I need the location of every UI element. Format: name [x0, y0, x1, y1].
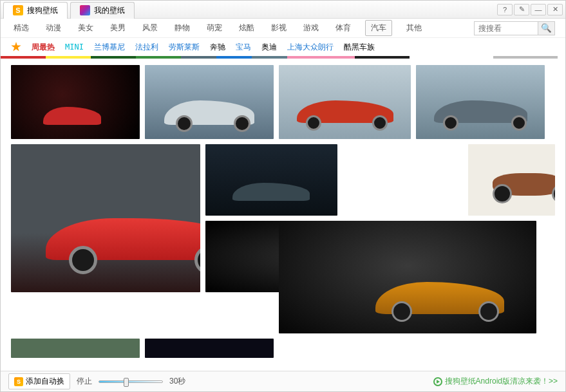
tab-main-label: 搜狗壁纸 [27, 5, 58, 16]
search-button[interactable]: 🔍 [538, 21, 555, 35]
color-segment[interactable] [355, 56, 410, 59]
stop-button[interactable]: 停止 [77, 376, 92, 387]
close-button[interactable]: ✕ [547, 4, 563, 15]
color-segment[interactable] [91, 56, 136, 59]
nav-cool[interactable]: 炫酷 [236, 19, 257, 37]
star-icon [11, 42, 21, 52]
nav-featured[interactable]: 精选 [11, 19, 32, 37]
wallpaper-thumb[interactable] [11, 339, 140, 358]
wallpaper-icon [80, 5, 90, 15]
subcategory-bar: 周最热 MINI 兰博基尼 法拉利 劳斯莱斯 奔驰 宝马 奥迪 上海大众朗行 酷… [1, 38, 565, 56]
search-box: 🔍 [474, 21, 555, 35]
nav-pets[interactable]: 萌宠 [204, 19, 225, 37]
add-button-label: 添加自动换 [26, 376, 64, 387]
window-controls: ? ✎ — ✕ [497, 4, 563, 15]
wallpaper-thumb[interactable] [145, 339, 274, 358]
wallpaper-thumb[interactable] [145, 65, 274, 139]
color-segment[interactable] [252, 56, 287, 59]
wallpaper-thumb[interactable] [205, 144, 337, 216]
wallpaper-thumb[interactable] [416, 65, 545, 139]
color-segment[interactable] [136, 56, 181, 59]
nav-handsome[interactable]: 美男 [108, 19, 128, 37]
color-segment[interactable] [410, 56, 493, 59]
promo-text: 搜狗壁纸Android版清凉来袭！>> [445, 376, 558, 387]
sub-mini[interactable]: MINI [65, 42, 84, 51]
color-segment[interactable] [287, 56, 355, 59]
interval-slider[interactable] [99, 380, 163, 383]
wallpaper-thumb[interactable] [468, 144, 555, 216]
help-button[interactable]: ? [497, 4, 513, 15]
tab-main[interactable]: S 搜狗壁纸 [3, 2, 68, 19]
tab-mine-label: 我的壁纸 [94, 5, 125, 16]
wallpaper-thumb[interactable] [279, 221, 536, 333]
sub-black[interactable]: 酷黑车族 [344, 42, 375, 53]
sub-lavida[interactable]: 上海大众朗行 [287, 42, 334, 53]
sub-bmw[interactable]: 宝马 [236, 42, 251, 53]
nav-car[interactable]: 汽车 [365, 20, 392, 36]
titlebar: S 搜狗壁纸 我的壁纸 ? ✎ — ✕ [1, 1, 565, 19]
nav-anime[interactable]: 动漫 [43, 19, 64, 37]
sub-lambo[interactable]: 兰博基尼 [94, 42, 125, 53]
wallpaper-thumb[interactable] [11, 144, 200, 292]
color-segment[interactable] [46, 56, 91, 59]
slider-thumb[interactable] [124, 378, 129, 387]
nav-scenery[interactable]: 风景 [140, 19, 160, 37]
tab-mine[interactable]: 我的壁纸 [70, 2, 135, 19]
wallpaper-gallery[interactable] [1, 59, 565, 370]
color-segment[interactable] [1, 56, 46, 59]
wallpaper-thumb[interactable] [279, 65, 411, 139]
category-nav: 精选 动漫 美女 美男 风景 静物 萌宠 炫酷 影视 游戏 体育 汽车 其他 🔍 [1, 19, 565, 38]
nav-sports[interactable]: 体育 [333, 19, 354, 37]
add-auto-switch-button[interactable]: S 添加自动换 [8, 373, 70, 389]
sub-hot[interactable]: 周最热 [32, 42, 55, 53]
footer-bar: S 添加自动换 停止 30秒 搜狗壁纸Android版清凉来袭！>> [1, 371, 565, 391]
promo-link[interactable]: 搜狗壁纸Android版清凉来袭！>> [433, 376, 558, 387]
search-input[interactable] [474, 21, 538, 35]
color-segment[interactable] [216, 56, 252, 59]
nav-movie[interactable]: 影视 [269, 19, 289, 37]
play-icon [433, 377, 442, 386]
settings-button[interactable]: ✎ [514, 4, 529, 15]
sub-audi[interactable]: 奥迪 [261, 42, 277, 53]
sub-ferrari[interactable]: 法拉利 [135, 42, 158, 53]
nav-beauty[interactable]: 美女 [75, 19, 96, 37]
app-logo-icon: S [13, 5, 23, 15]
color-segment[interactable] [493, 56, 558, 59]
nav-game[interactable]: 游戏 [301, 19, 321, 37]
sub-benz[interactable]: 奔驰 [210, 42, 225, 53]
sub-rolls[interactable]: 劳斯莱斯 [169, 42, 200, 53]
nav-other[interactable]: 其他 [404, 19, 424, 37]
wallpaper-thumb[interactable] [11, 65, 140, 139]
minimize-button[interactable]: — [531, 4, 546, 15]
nav-still[interactable]: 静物 [172, 19, 193, 37]
app-logo-icon: S [14, 377, 23, 386]
color-filter-bar[interactable] [1, 56, 565, 59]
color-segment[interactable] [181, 56, 216, 59]
interval-label: 30秒 [169, 376, 185, 387]
